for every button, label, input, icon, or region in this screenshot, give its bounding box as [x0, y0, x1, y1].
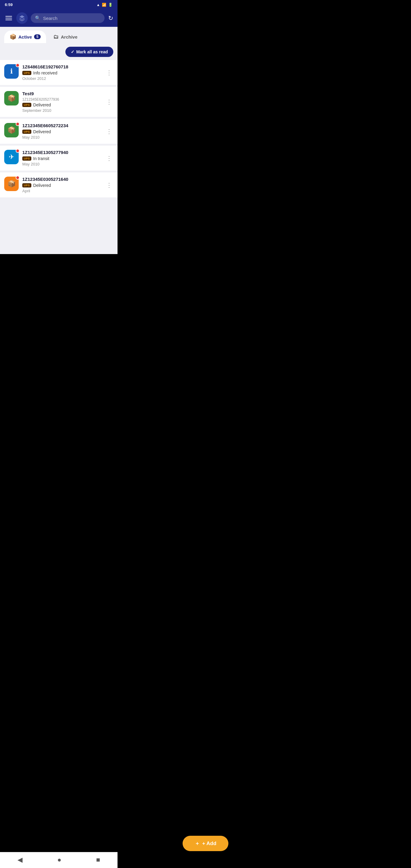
- notification-dot: [16, 149, 20, 153]
- tab-archive[interactable]: 🗂 Archive: [48, 30, 83, 43]
- carrier-badge: UPS: [22, 183, 31, 187]
- package-icon-wrap: 📦: [4, 123, 19, 137]
- package-icon: 📦: [4, 91, 19, 105]
- mark-all-button[interactable]: ✓ Mark all as read: [65, 47, 113, 57]
- tab-active-label: Active: [19, 34, 32, 39]
- more-options-button[interactable]: ⋮: [105, 154, 113, 162]
- more-options-button[interactable]: ⋮: [105, 68, 113, 77]
- search-input[interactable]: [43, 16, 100, 21]
- carrier-row: UPS Info received: [22, 70, 101, 75]
- status-time: 6:59: [5, 2, 13, 7]
- package-icon-wrap: ✈: [4, 150, 19, 164]
- carrier-row: UPS Delivered: [22, 102, 101, 107]
- table-row[interactable]: ℹ 1Z648616E192760718 UPS Info received O…: [0, 60, 118, 85]
- menu-button[interactable]: [4, 15, 13, 22]
- package-status: Info received: [33, 70, 57, 75]
- app-logo: [16, 12, 28, 24]
- active-tab-badge: 5: [34, 34, 41, 39]
- table-row[interactable]: 📦 Test9 1Z12345E6205277936 UPS Delivered…: [0, 87, 118, 117]
- carrier-badge: UPS: [22, 130, 31, 134]
- carrier-row: UPS Delivered: [22, 183, 101, 188]
- battery-icon: 🔋: [108, 3, 113, 7]
- carrier-row: UPS In transit: [22, 156, 101, 161]
- package-status: Delivered: [33, 102, 51, 107]
- top-bar-actions: ↻ ⚙: [107, 14, 118, 22]
- package-icon-wrap: ℹ: [4, 64, 19, 79]
- package-icon-wrap: 📦: [4, 177, 19, 191]
- more-options-button[interactable]: ⋮: [105, 181, 113, 189]
- tab-active[interactable]: 📦 Active 5: [4, 30, 46, 43]
- signal-icon: 📶: [102, 3, 106, 7]
- package-tracking: 1Z12345E6205277936: [22, 97, 101, 101]
- package-status: Delivered: [33, 183, 51, 188]
- package-date: April: [22, 189, 101, 193]
- status-bar: 6:59 ▲ 📶 🔋: [0, 0, 118, 9]
- filter-button[interactable]: ⚙: [117, 14, 118, 22]
- package-date: May 2010: [22, 135, 101, 140]
- mark-all-label: Mark all as read: [76, 50, 108, 54]
- package-status: Delivered: [33, 129, 51, 134]
- package-date: September 2010: [22, 108, 101, 113]
- active-tab-icon: 📦: [10, 33, 16, 40]
- carrier-badge: UPS: [22, 71, 31, 75]
- package-status: In transit: [33, 156, 50, 161]
- carrier-row: UPS Delivered: [22, 129, 101, 134]
- package-list: ℹ 1Z648616E192760718 UPS Info received O…: [0, 60, 118, 199]
- refresh-button[interactable]: ↻: [107, 14, 114, 22]
- package-name: 1Z12345E6605272234: [22, 123, 101, 128]
- notification-dot: [16, 122, 20, 126]
- package-info: 1Z12345E1305277940 UPS In transit May 20…: [22, 150, 101, 166]
- package-name: 1Z12345E1305277940: [22, 150, 101, 155]
- package-icon-wrap: 📦: [4, 91, 19, 105]
- table-row[interactable]: 📦 1Z12345E6605272234 UPS Delivered May 2…: [0, 119, 118, 144]
- carrier-badge: UPS: [22, 103, 31, 107]
- table-row[interactable]: ✈ 1Z12345E1305277940 UPS In transit May …: [0, 146, 118, 170]
- more-options-button[interactable]: ⋮: [105, 127, 113, 135]
- package-name: Test9: [22, 91, 101, 96]
- mark-all-row: ✓ Mark all as read: [0, 43, 118, 60]
- top-bar: 🔍 ↻ ⚙: [0, 9, 118, 27]
- archive-tab-icon: 🗂: [53, 34, 59, 40]
- package-name: 1Z648616E192760718: [22, 64, 101, 69]
- package-info: Test9 1Z12345E6205277936 UPS Delivered S…: [22, 91, 101, 113]
- search-bar[interactable]: 🔍: [31, 13, 104, 23]
- search-icon: 🔍: [35, 16, 41, 21]
- wifi-icon: ▲: [96, 3, 100, 7]
- table-row[interactable]: 📦 1Z12345E0305271640 UPS Delivered April…: [0, 173, 118, 197]
- status-icons: ▲ 📶 🔋: [96, 3, 113, 7]
- package-date: October 2012: [22, 76, 101, 81]
- tabs-area: 📦 Active 5 🗂 Archive: [0, 27, 118, 43]
- package-info: 1Z12345E6605272234 UPS Delivered May 201…: [22, 123, 101, 140]
- tab-archive-label: Archive: [61, 34, 77, 39]
- carrier-badge: UPS: [22, 156, 31, 161]
- checkmark-icon: ✓: [71, 50, 74, 54]
- notification-dot: [16, 63, 20, 67]
- package-name: 1Z12345E0305271640: [22, 177, 101, 182]
- package-info: 1Z12345E0305271640 UPS Delivered April: [22, 177, 101, 193]
- package-info: 1Z648616E192760718 UPS Info received Oct…: [22, 64, 101, 81]
- content-area: ✓ Mark all as read ℹ 1Z648616E192760718 …: [0, 43, 118, 254]
- package-date: May 2010: [22, 162, 101, 166]
- more-options-button[interactable]: ⋮: [105, 98, 113, 106]
- notification-dot: [16, 176, 20, 180]
